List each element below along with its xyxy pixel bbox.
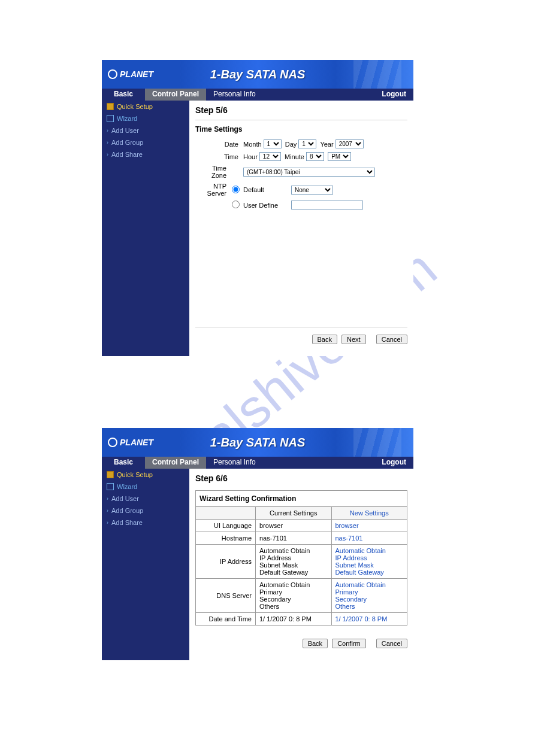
ntp-userdef-label: User Define [243,202,291,209]
planet-logo-icon [108,438,117,447]
sidebar-wizard[interactable]: Wizard [102,481,189,493]
td-host-new: nas-7101 [331,532,407,545]
confirm-caption: Wizard Setting Confirmation [195,490,407,506]
menu-logout[interactable]: Logout [374,457,413,469]
menu-control-panel[interactable]: Control Panel [145,89,206,101]
row-time: Time Hour 12 Minute 8 PM [195,152,407,161]
logo: PLANET [108,438,153,447]
timezone-select[interactable]: (GMT+08:00) Taipei [243,168,375,177]
planet-logo-icon [108,69,117,79]
row-date: Date Month 1 Day 1 Year 2007 [195,139,407,148]
table-header-row: Current Settings New Settings [196,507,407,520]
panel-step5: PLANET 1-Bay SATA NAS Basic Control Pane… [102,60,413,356]
ntp-default-label: Default [243,186,291,193]
month-select[interactable]: 1 [264,139,282,148]
table-row: UI Language browser browser [196,520,407,532]
section-title: Time Settings [195,125,407,133]
wizard-icon [107,483,114,490]
td-ui-new: browser [331,520,407,532]
button-row: Back Confirm Cancel [195,631,407,655]
row-label-host: Hostname [196,532,256,545]
year-select[interactable]: 2007 [335,139,364,148]
ntp-userdef-radio[interactable] [232,201,240,208]
folder-icon [107,103,114,110]
menu-basic[interactable]: Basic [102,457,145,469]
year-label: Year [320,141,333,148]
header-title: 1-Bay SATA NAS [210,436,306,450]
sidebar-add-group[interactable]: › Add Group [102,136,189,148]
button-row: Back Next Cancel [195,327,407,351]
chevron-icon: › [107,151,108,157]
confirm-button[interactable]: Confirm [332,639,366,648]
step-title: Step 6/6 [195,473,407,488]
confirmation-table: Current Settings New Settings UI Languag… [195,506,407,626]
ntp-default-radio[interactable] [232,186,240,193]
new-settings-link[interactable]: New Settings [350,509,389,517]
menu-basic[interactable]: Basic [102,89,145,101]
brand-text: PLANET [120,438,153,447]
table-row: IP Address Automatic Obtain IP Address S… [196,545,407,579]
td-ui-cur: browser [256,520,332,532]
wizard-icon [107,115,114,122]
sidebar-add-user[interactable]: › Add User [102,125,189,136]
td-dt-cur: 1/ 1/2007 0: 8 PM [256,613,332,626]
main-content: Step 5/6 Time Settings Date Month 1 Day … [189,101,413,356]
td-ip-new: Automatic Obtain IP Address Subnet Mask … [331,545,407,579]
ampm-select[interactable]: PM [328,152,351,161]
back-button[interactable]: Back [303,639,328,648]
main-content: Step 6/6 Wizard Setting Confirmation Cur… [189,469,413,660]
minute-select[interactable]: 8 [306,152,324,161]
next-button[interactable]: Next [341,335,366,344]
row-label-ip: IP Address [196,545,256,579]
step-title: Step 5/6 [195,105,407,120]
sidebar-add-share[interactable]: › Add Share [102,148,189,160]
sidebar-add-group[interactable]: › Add Group [102,505,189,517]
chevron-icon: › [107,508,108,514]
hour-select[interactable]: 12 [259,152,281,161]
row-label-dns: DNS Server [196,579,256,613]
td-dns-new: Automatic Obtain Primary Secondary Other… [331,579,407,613]
chevron-icon: › [107,496,108,502]
sidebar-quick-setup[interactable]: Quick Setup [102,469,189,481]
menu-personal-info[interactable]: Personal Info [206,457,263,469]
day-label: Day [285,141,297,148]
td-dt-new: 1/ 1/2007 0: 8 PM [331,613,407,626]
td-host-cur: nas-7101 [256,532,332,545]
logo: PLANET [108,69,153,79]
chevron-icon: › [107,127,108,133]
th-current: Current Settings [256,507,332,520]
menubar: Basic Control Panel Personal Info Logout [102,89,413,101]
menu-personal-info[interactable]: Personal Info [206,89,263,101]
sidebar-add-share[interactable]: › Add Share [102,517,189,529]
sidebar-wizard[interactable]: Wizard [102,113,189,125]
brand-text: PLANET [120,69,153,79]
tz-label: Time Zone [195,165,231,179]
menu-logout[interactable]: Logout [374,89,413,101]
th-new: New Settings [331,507,407,520]
ntp-label: NTP Server [195,183,231,197]
chevron-icon: › [107,520,108,526]
hour-label: Hour [243,153,258,160]
day-select[interactable]: 1 [298,139,316,148]
header: PLANET 1-Bay SATA NAS [102,60,413,89]
header-decoration [353,60,401,89]
cancel-button[interactable]: Cancel [376,335,407,344]
ntp-default-select[interactable]: None [291,186,333,195]
cancel-button[interactable]: Cancel [376,639,407,648]
row-timezone: Time Zone (GMT+08:00) Taipei [195,165,407,179]
header: PLANET 1-Bay SATA NAS [102,428,413,457]
sidebar: Quick Setup Wizard › Add User › Add Grou… [102,101,189,356]
ntp-userdef-input[interactable] [291,201,363,210]
row-ntp-user: User Define [195,201,407,210]
month-label: Month [243,141,262,148]
sidebar-add-user[interactable]: › Add User [102,493,189,505]
date-label: Date [195,141,243,148]
menu-control-panel[interactable]: Control Panel [145,457,206,469]
row-label-dt: Date and Time [196,613,256,626]
table-row: Date and Time 1/ 1/2007 0: 8 PM 1/ 1/200… [196,613,407,626]
back-button[interactable]: Back [312,335,337,344]
table-row: DNS Server Automatic Obtain Primary Seco… [196,579,407,613]
sidebar-quick-setup[interactable]: Quick Setup [102,101,189,113]
header-decoration [353,428,401,457]
row-ntp-default: NTP Server Default None [195,183,407,197]
